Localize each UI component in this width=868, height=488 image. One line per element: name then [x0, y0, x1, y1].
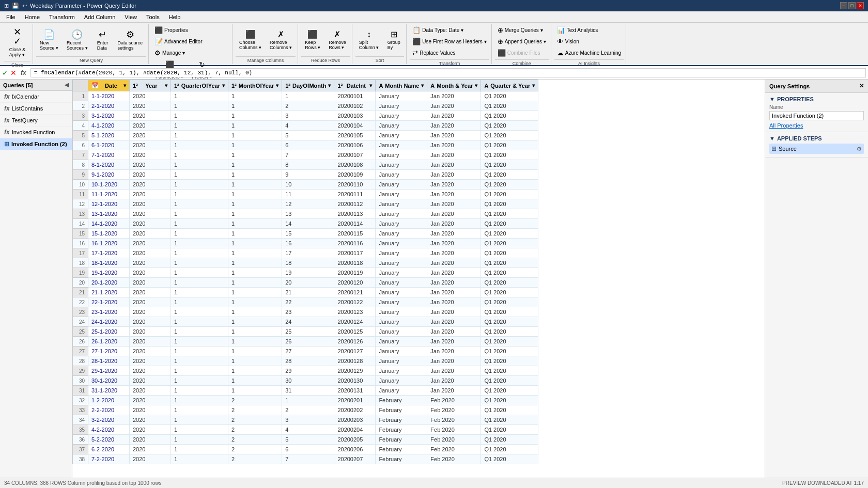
table-row[interactable]: 2121-1-20202020112120200121JanuaryJan 20… — [73, 288, 538, 297]
applied-steps-title[interactable]: ▼ APPLIED STEPS — [769, 135, 864, 141]
col-header-quarter[interactable]: 1² QuarterOfYear ▾ — [171, 80, 228, 91]
table-row[interactable]: 343-2-2020202012320200203FebruaryFeb 202… — [73, 415, 538, 425]
menu-help[interactable]: Help — [165, 13, 185, 21]
split-column-button[interactable]: ↕ SplitColumn ▾ — [355, 28, 383, 53]
table-row[interactable]: 354-2-2020202012420200204FebruaryFeb 202… — [73, 425, 538, 435]
table-row[interactable]: 1515-1-20202020111520200115JanuaryJan 20… — [73, 229, 538, 239]
minimize-button[interactable]: ─ — [840, 2, 847, 9]
use-first-row-button[interactable]: ⬛ Use First Row as Headers ▾ — [410, 36, 489, 47]
monthname-col-dropdown[interactable]: ▾ — [421, 83, 424, 88]
formula-cancel[interactable]: ✕ — [10, 69, 17, 77]
sidebar-item-fxcalendar[interactable]: fx fxCalendar — [0, 91, 72, 103]
close-button[interactable]: ✕ — [857, 2, 864, 9]
quick-access-undo[interactable]: ↩ — [22, 3, 27, 9]
close-apply-button[interactable]: ✕✓ Close &Apply ▾ — [6, 25, 29, 60]
azure-ml-button[interactable]: ☁ Azure Machine Learning — [554, 48, 624, 58]
monthyear-col-dropdown[interactable]: ▾ — [475, 83, 477, 88]
group-by-button[interactable]: ⊞ GroupBy — [383, 28, 404, 53]
table-row[interactable]: 77-1-2020202011720200107JanuaryJan 2020Q… — [73, 150, 538, 160]
table-row[interactable]: 88-1-2020202011820200108JanuaryJan 2020Q… — [73, 160, 538, 170]
manage-button[interactable]: ⚙ Manage ▾ — [152, 48, 188, 58]
append-queries-button[interactable]: ⊕ Append Queries ▾ — [495, 36, 549, 47]
table-row[interactable]: 1212-1-20202020111220200112JanuaryJan 20… — [73, 199, 538, 209]
keep-rows-button[interactable]: ⬛ KeepRows ▾ — [301, 28, 324, 53]
remove-rows-button[interactable]: ✗ RemoveRows ▾ — [325, 28, 350, 53]
sidebar-item-invoked-function[interactable]: fx Invoked Function — [0, 127, 72, 138]
menu-tools[interactable]: Tools — [142, 13, 164, 21]
table-row[interactable]: 2424-1-20202020112420200124JanuaryJan 20… — [73, 317, 538, 327]
col-header-day[interactable]: 1² DayOfMonth ▾ — [282, 80, 334, 91]
step-source-gear-icon[interactable]: ⚙ — [857, 146, 862, 152]
table-row[interactable]: 1111-1-20202020111120200111JanuaryJan 20… — [73, 190, 538, 199]
table-row[interactable]: 2323-1-20202020112320200123JanuaryJan 20… — [73, 307, 538, 317]
recent-sources-button[interactable]: 🕒 RecentSources ▾ — [63, 27, 91, 53]
quarteryear-col-dropdown[interactable]: ▾ — [532, 83, 535, 88]
dateint-col-dropdown[interactable]: ▾ — [369, 83, 372, 88]
col-header-month[interactable]: 1² MonthOfYear ▾ — [228, 80, 282, 91]
vision-button[interactable]: 👁 Vision — [554, 36, 582, 47]
combine-files-button[interactable]: ⬛ Combine Files — [495, 48, 543, 58]
table-row[interactable]: 2727-1-20202020112720200127JanuaryJan 20… — [73, 347, 538, 356]
table-row[interactable]: 3030-1-20202020113020200130JanuaryJan 20… — [73, 376, 538, 386]
enter-data-button[interactable]: ↵ EnterData — [92, 27, 113, 53]
replace-values-button[interactable]: ⇄ Replace Values — [410, 48, 458, 58]
sidebar-item-testquery[interactable]: fx TestQuery — [0, 115, 72, 127]
table-row[interactable]: 33-1-2020202011320200103JanuaryJan 2020Q… — [73, 111, 538, 121]
menu-file[interactable]: File — [2, 13, 20, 21]
step-source[interactable]: ⊞ Source ⚙ — [769, 144, 864, 154]
maximize-button[interactable]: □ — [848, 2, 856, 9]
merge-queries-button[interactable]: ⊕ Merge Queries ▾ — [495, 25, 546, 36]
advanced-editor-button[interactable]: 📝 Advanced Editor — [152, 36, 205, 47]
table-row[interactable]: 332-2-2020202012220200202FebruaryFeb 202… — [73, 405, 538, 415]
year-col-dropdown[interactable]: ▾ — [165, 83, 167, 88]
table-row[interactable]: 1010-1-20202020111020200110JanuaryJan 20… — [73, 180, 538, 190]
table-row[interactable]: 376-2-2020202012620200206FebruaryFeb 202… — [73, 445, 538, 454]
col-header-quarteryear[interactable]: A Quarter & Year ▾ — [481, 80, 538, 91]
table-row[interactable]: 321-2-2020202012120200201FebruaryFeb 202… — [73, 396, 538, 405]
table-container[interactable]: 📅 Date ▾ 1² Year ▾ — [72, 80, 765, 478]
table-row[interactable]: 3131-1-20202020113120200131JanuaryJan 20… — [73, 386, 538, 396]
sidebar-item-invoked-function-2[interactable]: ⊞ Invoked Function (2) — [0, 138, 72, 150]
data-type-button[interactable]: 📋 Data Type: Date ▾ — [410, 25, 466, 36]
col-header-date[interactable]: 📅 Date ▾ — [88, 80, 130, 91]
properties-section-title[interactable]: ▼ PROPERTIES — [769, 96, 864, 102]
table-row[interactable]: 1313-1-20202020111320200113JanuaryJan 20… — [73, 209, 538, 219]
table-row[interactable]: 1414-1-20202020111420200114JanuaryJan 20… — [73, 219, 538, 229]
menu-add-column[interactable]: Add Column — [80, 13, 120, 21]
choose-columns-button[interactable]: ⬛ ChooseColumns ▾ — [236, 28, 265, 53]
table-row[interactable]: 99-1-2020202011920200109JanuaryJan 2020Q… — [73, 170, 538, 180]
new-source-button[interactable]: 📄 NewSource ▾ — [36, 27, 62, 53]
text-analytics-button[interactable]: 📊 Text Analytics — [554, 25, 601, 36]
table-row[interactable]: 1717-1-20202020111720200117JanuaryJan 20… — [73, 248, 538, 258]
date-col-dropdown[interactable]: ▾ — [123, 83, 126, 88]
table-row[interactable]: 2222-1-20202020112220200122JanuaryJan 20… — [73, 297, 538, 307]
col-header-monthyear[interactable]: A Month & Year ▾ — [427, 80, 481, 91]
table-row[interactable]: 1818-1-20202020111820200118JanuaryJan 20… — [73, 258, 538, 268]
remove-columns-button[interactable]: ✗ RemoveColumns ▾ — [266, 28, 296, 53]
table-row[interactable]: 66-1-2020202011620200106JanuaryJan 2020Q… — [73, 140, 538, 150]
col-header-dateint[interactable]: 1² DateInt ▾ — [334, 80, 376, 91]
formula-check[interactable]: ✓ — [2, 69, 8, 77]
col-header-monthname[interactable]: A Month Name ▾ — [376, 80, 427, 91]
menu-home[interactable]: Home — [21, 13, 44, 21]
table-row[interactable]: 1616-1-20202020111620200116JanuaryJan 20… — [73, 239, 538, 248]
table-row[interactable]: 1919-1-20202020111920200119JanuaryJan 20… — [73, 268, 538, 278]
menu-transform[interactable]: Transform — [45, 13, 79, 21]
table-row[interactable]: 2020-1-20202020112020200120JanuaryJan 20… — [73, 278, 538, 288]
table-row[interactable]: 2525-1-20202020112520200125JanuaryJan 20… — [73, 327, 538, 337]
table-row[interactable]: 44-1-2020202011420200104JanuaryJan 2020Q… — [73, 121, 538, 131]
quick-access-save[interactable]: 💾 — [12, 3, 19, 9]
table-row[interactable]: 22-1-2020202011220200102JanuaryJan 2020Q… — [73, 101, 538, 111]
day-col-dropdown[interactable]: ▾ — [328, 83, 331, 88]
col-header-year[interactable]: 1² Year ▾ — [130, 80, 171, 91]
table-row[interactable]: 387-2-2020202012720200207FebruaryFeb 202… — [73, 454, 538, 464]
right-panel-close-icon[interactable]: ✕ — [859, 83, 864, 89]
data-source-settings-button[interactable]: ⚙ Data sourcesettings — [114, 27, 147, 53]
sidebar-collapse-button[interactable]: ◀ — [65, 82, 69, 88]
formula-input[interactable] — [30, 68, 866, 77]
quarter-col-dropdown[interactable]: ▾ — [222, 83, 225, 88]
table-row[interactable]: 365-2-2020202012520200205FebruaryFeb 202… — [73, 435, 538, 445]
month-col-dropdown[interactable]: ▾ — [276, 83, 278, 88]
menu-view[interactable]: View — [120, 13, 141, 21]
properties-button[interactable]: ⬛ Properties — [152, 25, 191, 36]
